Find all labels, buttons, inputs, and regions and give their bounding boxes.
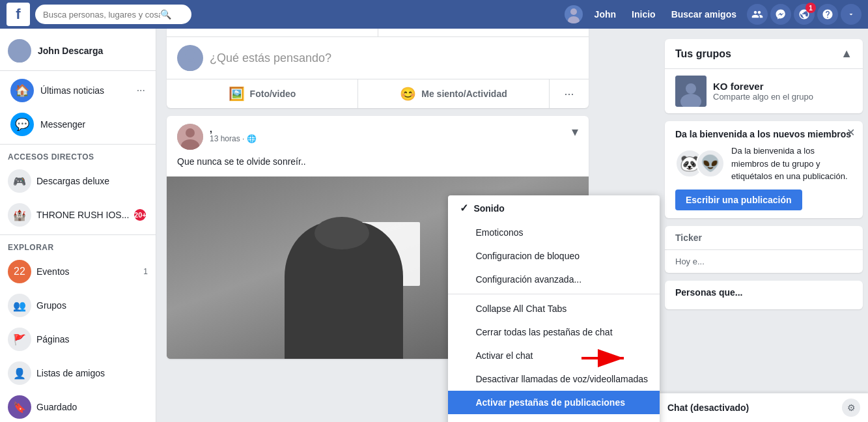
accesos-title: ACCESOS DIRECTOS [0, 147, 156, 164]
navbar-icons: 1 [747, 4, 861, 25]
dropdown-cerrar-todas-label: Cerrar todas las pestañas de chat [475, 327, 612, 337]
more-actions-btn[interactable]: ··· [550, 79, 589, 108]
welcome-close-btn[interactable]: ✕ [847, 126, 855, 139]
dropdown-avanzada-label: Configuración avanzada... [475, 274, 581, 285]
groups-widget-header: Tus grupos ▲ [665, 39, 863, 69]
sidebar-item-paginas[interactable]: 🚩 Páginas [0, 322, 156, 356]
left-sidebar: John Descarga 🏠 Últimas noticias ··· 💬 M… [0, 29, 156, 377]
welcome-title: Da la bienvenida a los nuevos miembros [675, 129, 852, 139]
descargas-icon: 🎮 [8, 169, 31, 193]
foto-video-btn[interactable]: 🖼️ Foto/video [167, 79, 357, 108]
welcome-body: 🐼 👽 Da la bienvenida a los miembros de t… [675, 145, 852, 183]
people-title: Personas que... [675, 287, 852, 298]
noticias-dots[interactable]: ··· [137, 85, 145, 96]
news-post-options-btn[interactable]: ▾ [572, 124, 578, 139]
news-post-meta: , 13 horas · 🌐 [210, 124, 565, 143]
more-icon: ··· [564, 87, 574, 101]
paginas-icon: 🚩 [8, 328, 31, 351]
ticker-item: Hoy e... [665, 250, 863, 273]
sidebar-item-throne[interactable]: 🏰 THRONE RUSH IOS... 20+ [0, 198, 156, 232]
svg-point-2 [15, 44, 24, 53]
eventos-badge: 1 [143, 267, 148, 276]
right-sidebar: Tus grupos ▲ KO forever Comparte algo en… [660, 29, 868, 377]
dropdown-sonido-label: Sonido [473, 203, 504, 214]
group-info: KO forever Comparte algo en el grupo [713, 81, 813, 102]
throne-icon: 🏰 [8, 203, 31, 227]
red-arrow [581, 348, 634, 370]
messenger-label: Messenger [40, 119, 145, 130]
welcome-btn[interactable]: Escribir una publicación [675, 190, 802, 210]
globe-badge: 1 [805, 3, 816, 13]
me-siento-icon: 😊 [400, 86, 416, 102]
dropdown-emoticonos-label: Emoticonos [475, 227, 523, 238]
facebook-logo: f [7, 3, 30, 26]
dropdown-divider [448, 294, 660, 294]
sidebar-user-avatar [8, 39, 31, 63]
sidebar-user[interactable]: John Descarga [0, 34, 156, 68]
messenger-icon-btn[interactable] [770, 4, 791, 25]
avatar [565, 5, 583, 23]
explorar-title: EXPLORAR [0, 238, 156, 255]
svg-point-10 [686, 83, 696, 94]
group-sub: Comparte algo en el grupo [713, 92, 813, 102]
people-widget: Personas que... [665, 281, 863, 309]
groups-collapse-btn[interactable]: ▲ [841, 47, 852, 61]
sidebar-item-grupos[interactable]: 👥 Grupos [0, 288, 156, 322]
sidebar-divider-3 [0, 234, 156, 235]
sidebar-item-listas[interactable]: 👤 Listas de amigos [0, 356, 156, 377]
check-icon: ✓ [460, 202, 468, 214]
group-name: KO forever [713, 81, 813, 92]
nav-user-name[interactable]: John [591, 7, 620, 22]
me-siento-btn[interactable]: 😊 Me siento/Actividad [357, 79, 550, 108]
image-head [315, 217, 369, 249]
groups-widget: Tus grupos ▲ KO forever Comparte algo en… [665, 39, 863, 113]
nav-inicio[interactable]: Inicio [628, 7, 660, 22]
logo-letter: f [16, 6, 20, 23]
news-post-header: , 13 horas · 🌐 ▾ [167, 116, 589, 155]
sidebar-divider-2 [0, 144, 156, 145]
search-bar[interactable]: 🔍 [35, 5, 191, 24]
globe-icon-btn[interactable]: 1 [794, 4, 815, 25]
navbar-center: John Inicio Buscar amigos [565, 5, 740, 23]
grupos-icon: 👥 [8, 294, 31, 317]
dropdown-cerrar-todas[interactable]: Cerrar todas las pestañas de chat [448, 320, 660, 344]
eventos-icon: 22 [8, 260, 31, 283]
eventos-label: Eventos [36, 266, 70, 277]
dropdown-sonido[interactable]: ✓ Sonido [448, 195, 660, 221]
throne-label: THRONE RUSH IOS... [36, 210, 129, 220]
help-icon-btn[interactable] [817, 4, 838, 25]
svg-point-5 [181, 61, 199, 71]
post-input-row: ¿Qué estás pensando? [167, 37, 589, 79]
sidebar-item-messenger[interactable]: 💬 Messenger [3, 107, 153, 141]
search-input[interactable] [43, 10, 160, 20]
dropdown-arrow-btn[interactable] [841, 4, 861, 25]
svg-point-4 [185, 49, 195, 60]
welcome-icon-2: 👽 [696, 149, 725, 178]
welcome-text: Da la bienvenida a los miembros de tu gr… [731, 145, 852, 183]
friends-icon-btn[interactable] [747, 4, 768, 25]
groups-title: Tus grupos [675, 48, 841, 60]
sidebar-item-noticias[interactable]: 🏠 Últimas noticias ··· [3, 74, 153, 107]
listas-label: Listas de amigos [36, 368, 105, 377]
dropdown-emoticonos[interactable]: Emoticonos [448, 221, 660, 244]
ticker-header: Ticker [665, 226, 863, 250]
sidebar-item-descargas[interactable]: 🎮 Descargas deluxe [0, 164, 156, 198]
grupos-label: Grupos [36, 300, 66, 311]
dropdown-avanzada[interactable]: Configuración avanzada... [448, 268, 660, 291]
descargas-label: Descargas deluxe [36, 176, 109, 186]
messenger-icon: 💬 [10, 113, 34, 136]
dropdown-bloqueo[interactable]: Configuracion de bloqueo [448, 244, 660, 268]
sidebar-item-eventos[interactable]: 22 Eventos 1 [0, 255, 156, 288]
foto-label: Foto/video [250, 89, 296, 99]
dropdown-desactivar-voz-label: Desactivar llamadas de voz/videollamadas [475, 374, 648, 377]
group-item[interactable]: KO forever Comparte algo en el grupo [665, 69, 863, 113]
dropdown-collapse-all[interactable]: Collapse All Chat Tabs [448, 297, 660, 320]
welcome-icons: 🐼 👽 [675, 145, 725, 183]
ticker-widget: Ticker Hoy e... [665, 226, 863, 273]
search-icon: 🔍 [160, 9, 171, 20]
navbar: f 🔍 John Inicio Buscar amigos 1 [0, 0, 868, 29]
post-input-placeholder[interactable]: ¿Qué estás pensando? [210, 51, 578, 65]
nav-buscar-amigos[interactable]: Buscar amigos [667, 7, 740, 22]
news-post-text: Que nunca se te olvide sonreír.. [167, 155, 589, 176]
foto-icon: 🖼️ [229, 86, 245, 102]
